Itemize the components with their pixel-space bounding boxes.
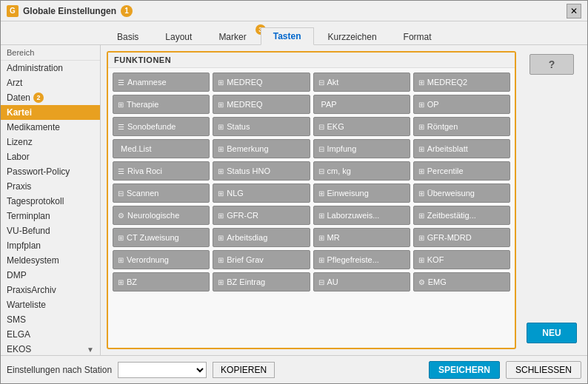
func-btn-sonobefunde[interactable]: ☰Sonobefunde [113, 117, 210, 136]
sidebar-item-terminplan[interactable]: Terminplan [1, 209, 100, 223]
func-btn-impfung[interactable]: ⊟Impfung [313, 139, 410, 158]
main-window: G Globale Einstellungen 1 ✕ Basis Layout… [0, 0, 588, 384]
sidebar-item-ekos[interactable]: EKOS ▼ [1, 342, 100, 355]
func-btn-kof[interactable]: ⊞KOF [413, 250, 510, 269]
func-btn-einweisung[interactable]: ⊞Einweisung [313, 183, 410, 203]
tab-bar: Basis Layout Marker 3 Tasten Kurzzeichen… [1, 21, 587, 45]
sidebar-item-daten[interactable]: Daten 2 [1, 90, 100, 105]
tab-layout[interactable]: Layout [153, 28, 204, 45]
func-btn-arbeitsblatt[interactable]: ⊞Arbeitsblatt [413, 139, 510, 158]
func-icon: ⊟ [318, 123, 324, 131]
func-btn-mr[interactable]: ⊞MR [313, 228, 410, 247]
content-area: FUNKTIONEN ☰Anamnese⊞MEDREQ⊟Akt⊞MEDREQ2⊞… [101, 45, 587, 355]
sidebar-item-arzt[interactable]: Arzt [1, 75, 100, 90]
func-btn-neurologische[interactable]: ⚙Neurologische [113, 206, 210, 225]
sidebar-item-lizenz[interactable]: Lizenz [1, 135, 100, 149]
func-btn-scannen[interactable]: ⊟Scannen [113, 183, 210, 203]
func-btn-au[interactable]: ⊟AU [313, 272, 410, 292]
func-btn-gfr-mdrd[interactable]: ⊞GFR-MDRD [413, 228, 510, 247]
func-btn-med-list[interactable]: Med.List [113, 139, 210, 158]
func-btn-cm--kg[interactable]: ⊟cm, kg [313, 161, 410, 181]
sidebar-item-warteliste[interactable]: Warteliste [1, 297, 100, 312]
func-btn-bz[interactable]: ⊞BZ [113, 272, 210, 292]
func-icon: ⊟ [318, 145, 324, 153]
sidebar-item-elga[interactable]: ELGA [1, 327, 100, 342]
window-icon: G [7, 5, 19, 17]
func-btn-akt[interactable]: ⊟Akt [313, 73, 410, 92]
func-btn-ekg[interactable]: ⊟EKG [313, 117, 410, 136]
sidebar-item-kartei[interactable]: Kartei [1, 105, 100, 120]
func-btn-r-ntgen[interactable]: ⊞Röntgen [413, 117, 510, 136]
sidebar-header: Bereich [1, 45, 100, 61]
right-panel: ? NEU [522, 51, 581, 349]
sidebar-item-meldesystem[interactable]: Meldesystem [1, 253, 100, 268]
func-btn-status[interactable]: ⊞Status [213, 117, 310, 136]
func-btn-verordnung[interactable]: ⊞Verordnung [113, 250, 210, 269]
func-icon: ⊞ [218, 78, 224, 87]
sidebar-item-impfplan[interactable]: Impfplan [1, 238, 100, 253]
tab-basis[interactable]: Basis [104, 28, 151, 45]
func-btn-gfr-cr[interactable]: ⊞GFR-CR [213, 206, 310, 225]
sidebar-item-labor[interactable]: Labor [1, 149, 100, 164]
func-btn-zeitbest-tig---[interactable]: ⊞Zeitbestätig... [413, 206, 510, 225]
func-btn-bz-eintrag[interactable]: ⊞BZ Eintrag [213, 272, 310, 292]
func-btn--berweisung[interactable]: ⊞Überweisung [413, 183, 510, 203]
func-btn-arbeitsdiag[interactable]: ⊞Arbeitsdiag [213, 228, 310, 247]
func-icon: ⊞ [318, 234, 324, 242]
func-btn-pflegefreiste---[interactable]: ⊞Pflegefreiste... [313, 250, 410, 269]
sidebar-item-dmp[interactable]: DMP [1, 268, 100, 283]
func-btn-status-hno[interactable]: ⊞Status HNO [213, 161, 310, 181]
func-icon: ⊞ [118, 101, 124, 109]
func-btn-bemerkung[interactable]: ⊞Bemerkung [213, 139, 310, 158]
func-btn-brief-grav[interactable]: ⊞Brief Grav [213, 250, 310, 269]
func-icon: ☰ [118, 123, 124, 131]
sidebar-item-passwort[interactable]: Passwort-Policy [1, 164, 100, 179]
func-btn-pap[interactable]: PAP [313, 95, 410, 114]
func-icon: ⊞ [218, 167, 224, 175]
title-badge: 1 [121, 5, 133, 17]
func-btn-percentile[interactable]: ⊞Percentile [413, 161, 510, 181]
copy-button[interactable]: KOPIEREN [213, 362, 275, 378]
func-icon: ⚙ [418, 278, 425, 286]
func-icon: ⊞ [118, 256, 124, 264]
tab-format[interactable]: Format [391, 28, 444, 45]
func-btn-therapie[interactable]: ⊞Therapie [113, 95, 210, 114]
func-btn-medreq[interactable]: ⊞MEDREQ [213, 95, 310, 114]
func-btn-emg[interactable]: ⚙EMG [413, 272, 510, 292]
sidebar-item-praxisarchiv[interactable]: PraxisArchiv [1, 283, 100, 297]
func-icon: ☰ [118, 167, 124, 175]
sidebar-item-praxis[interactable]: Praxis [1, 179, 100, 194]
new-button[interactable]: NEU [527, 323, 577, 343]
tab-tasten[interactable]: Tasten [261, 27, 314, 45]
func-btn-anamnese[interactable]: ☰Anamnese [113, 73, 210, 92]
station-select[interactable] [118, 362, 207, 378]
window-close-button[interactable]: ✕ [567, 4, 581, 18]
daten-badge: 2 [33, 92, 44, 103]
sidebar-item-medikamente[interactable]: Medikamente [1, 120, 100, 135]
main-content: Bereich Administration Arzt Daten 2 Kart… [1, 45, 587, 355]
func-btn-ct-zuweisung[interactable]: ⊞CT Zuweisung [113, 228, 210, 247]
close-dialog-button[interactable]: SCHLIESSEN [506, 361, 581, 379]
func-btn-medreq2[interactable]: ⊞MEDREQ2 [413, 73, 510, 92]
help-button[interactable]: ? [529, 54, 574, 75]
func-btn-op[interactable]: ⊞OP [413, 95, 510, 114]
sidebar-item-vubefund[interactable]: VU-Befund [1, 223, 100, 238]
func-btn-riva-roci[interactable]: ☰Riva Roci [113, 161, 210, 181]
func-btn-laborzuweis---[interactable]: ⊞Laborzuweis... [313, 206, 410, 225]
tab-marker[interactable]: Marker 3 [206, 28, 258, 45]
func-icon: ⊞ [218, 145, 224, 153]
func-btn-medreq[interactable]: ⊞MEDREQ [213, 73, 310, 92]
sidebar-item-tagesprotokoll[interactable]: Tagesprotokoll [1, 194, 100, 209]
func-icon: ⊞ [218, 212, 224, 220]
sidebar-item-administration[interactable]: Administration [1, 61, 100, 75]
tab-kurzzeichen[interactable]: Kurzzeichen [315, 28, 390, 45]
save-button[interactable]: SPEICHERN [429, 361, 500, 379]
func-icon: ⊞ [218, 256, 224, 264]
func-icon: ⊞ [418, 123, 424, 131]
func-icon: ⊞ [418, 78, 424, 87]
func-icon: ⊞ [118, 278, 124, 286]
func-btn-nlg[interactable]: ⊞NLG [213, 183, 310, 203]
func-icon: ⊞ [218, 278, 224, 286]
sidebar-item-sms[interactable]: SMS [1, 312, 100, 327]
func-icon: ⊟ [318, 278, 324, 286]
